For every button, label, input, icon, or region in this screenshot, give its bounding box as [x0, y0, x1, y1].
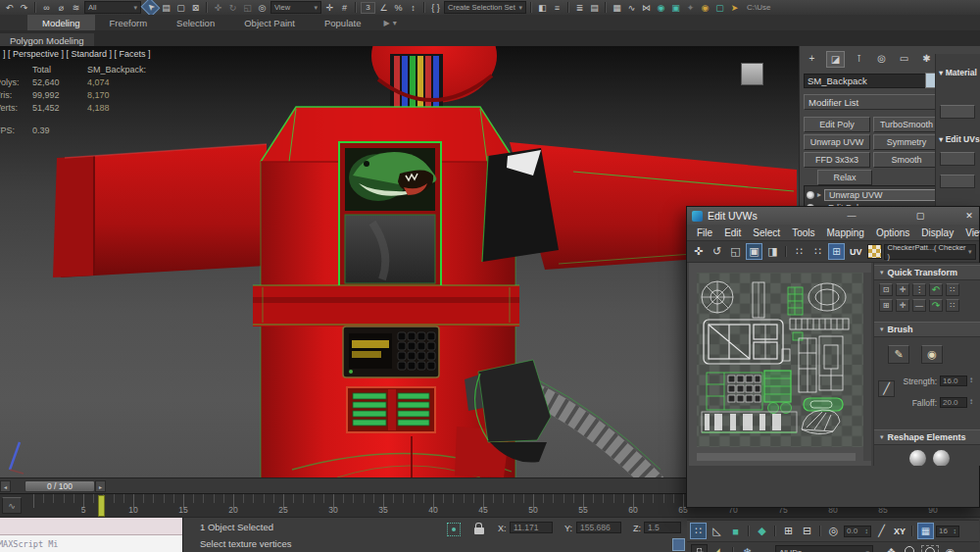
undo-icon[interactable]: ↶ — [3, 1, 16, 14]
mirror-icon[interactable]: ◧ — [536, 1, 549, 14]
modifier-button-smooth[interactable]: Smooth — [873, 152, 940, 168]
snap-grid-icon[interactable]: ∷ — [791, 243, 808, 260]
edit-named-selections-icon[interactable]: { } — [429, 1, 442, 14]
distribute-dots-icon[interactable]: ∷ — [946, 283, 959, 296]
modifier-button-turbosmooth[interactable]: TurboSmooth — [873, 117, 940, 132]
render-iterative-icon[interactable]: ▢ — [713, 1, 726, 14]
y-coord-field[interactable]: 155.686 — [576, 522, 621, 533]
ribbon-tab-freeform[interactable]: Freeform — [95, 15, 163, 30]
keyboard-override-icon[interactable]: # — [338, 1, 351, 14]
render-last-icon[interactable]: ➤ — [728, 1, 741, 14]
ribbon-tab-object-paint[interactable]: Object Paint — [229, 15, 310, 30]
open-uv-editor-button[interactable] — [940, 152, 975, 166]
select-manipulate-icon[interactable]: ✛ — [323, 1, 336, 14]
mini-curve-editor-button[interactable]: ∿ — [2, 497, 22, 514]
ribbon-tab-modeling[interactable]: Modeling — [27, 15, 95, 30]
ribbon-tab-selection[interactable]: Selection — [162, 15, 229, 30]
uv-secondary-button[interactable] — [940, 175, 975, 188]
strength-field[interactable]: 16.0 — [940, 376, 967, 386]
ribbon-toggle-icon[interactable]: ▦ — [611, 1, 623, 14]
object-name-field[interactable]: SM_Backpack — [804, 74, 927, 88]
select-object-icon[interactable]: ➤ — [141, 0, 161, 15]
face-mode-icon[interactable]: ■ — [727, 523, 744, 539]
spinner-snap-icon[interactable]: ↕ — [407, 1, 419, 14]
modifier-button-unwrap-uvw[interactable]: Unwrap UVW — [804, 134, 870, 150]
uv-canvas[interactable] — [689, 263, 871, 466]
paint-brush-icon[interactable]: ✎ — [888, 345, 909, 364]
falloff-spinner[interactable]: ↕ — [969, 397, 973, 406]
render-setup-icon[interactable]: ▣ — [669, 1, 682, 14]
angle-snap-icon[interactable]: ∠ — [377, 1, 390, 14]
distribute2-dots-icon[interactable]: ∷ — [946, 299, 959, 312]
align-grid-icon[interactable]: ⊞ — [879, 299, 893, 312]
z-coord-field[interactable]: 1.5 — [644, 522, 681, 533]
soft-selection-field[interactable]: 0.0↕ — [844, 526, 871, 537]
pivot-center-icon[interactable]: ◎ — [256, 1, 269, 14]
freeform-mode-icon[interactable]: ▣ — [746, 243, 762, 260]
viewport-label[interactable]: ] [ Perspective ] [ Standard ] [ Facets … — [3, 49, 151, 59]
time-slider-handle[interactable]: 0 / 100 — [24, 480, 95, 492]
align-cross-icon[interactable]: ✛ — [896, 299, 909, 312]
canvas-scrollbar[interactable] — [697, 453, 856, 461]
hierarchy-tab-icon[interactable]: ⊺ — [851, 51, 867, 66]
rollout-quick-transform[interactable]: ▾Quick Transform — [874, 265, 980, 280]
rollout-material[interactable]: ▾ Material — [936, 68, 980, 77]
rollout-reshape-elements[interactable]: ▾Reshape Elements — [874, 429, 980, 445]
percent-snap-icon[interactable]: % — [392, 1, 405, 14]
rotate-ccw-icon[interactable]: ↶ — [929, 283, 943, 296]
listener-input-pane[interactable]: MAXScript Mi — [0, 535, 182, 552]
modify-tab-icon[interactable]: ◪ — [826, 51, 845, 68]
rendered-frame-icon[interactable]: ✦ — [684, 1, 697, 14]
pan-icon[interactable]: ❖ — [883, 544, 900, 552]
soft-selection-icon[interactable]: ◎ — [825, 523, 842, 539]
grow-selection-icon[interactable]: ⊞ — [780, 523, 797, 539]
window-crossing-icon[interactable]: ⊠ — [189, 1, 202, 14]
layer-manager-icon[interactable]: ≣ — [573, 1, 586, 14]
eye-icon[interactable] — [807, 191, 814, 199]
element-mode-icon[interactable]: ◆ — [754, 523, 770, 539]
redo-icon[interactable]: ↷ — [18, 1, 30, 14]
menu-select[interactable]: Select — [747, 227, 786, 238]
maxscript-mini-listener[interactable]: MAXScript Mi — [0, 518, 183, 552]
unlink-selection-icon[interactable]: ⌀ — [55, 1, 68, 14]
select-by-name-icon[interactable]: ▤ — [160, 1, 172, 14]
utilities-tab-icon[interactable]: ✱ — [918, 51, 935, 66]
create-tab-icon[interactable]: + — [804, 51, 820, 66]
maximize-button[interactable]: ▢ — [912, 209, 928, 223]
brush-falloff-curve-icon[interactable]: ╱ — [878, 380, 895, 397]
falloff-field[interactable]: 20.0 — [940, 397, 967, 408]
schematic-view-icon[interactable]: ⋈ — [640, 1, 653, 14]
reshape-sphere-icon-2[interactable] — [933, 450, 950, 466]
strength-spinner[interactable]: ↕ — [969, 376, 973, 384]
shrink-selection-icon[interactable]: ⊟ — [799, 523, 815, 539]
select-move-icon[interactable]: ✜ — [212, 1, 224, 14]
select-scale-icon[interactable]: ◱ — [241, 1, 254, 14]
select-link-icon[interactable]: ∞ — [40, 1, 53, 14]
relax-brush-icon[interactable]: ◉ — [921, 345, 943, 364]
menu-options[interactable]: Options — [870, 227, 915, 238]
grid-snap-icon[interactable]: ▦ — [917, 523, 934, 539]
modifier-button-symmetry[interactable]: Symmetry — [873, 134, 940, 150]
modifier-button-edit-poly[interactable]: Edit Poly — [804, 117, 870, 132]
listener-macro-pane[interactable] — [0, 518, 182, 535]
uv-tile-icon[interactable]: ⊞ — [828, 243, 845, 260]
close-button[interactable]: ✕ — [961, 209, 977, 223]
motion-tab-icon[interactable]: ◎ — [873, 51, 890, 66]
lock-selection-icon[interactable] — [691, 544, 708, 552]
minimize-button[interactable]: — — [844, 209, 859, 223]
ribbon-media-controls[interactable]: ▶ ▾ — [375, 15, 404, 30]
align-icon[interactable]: ≡ — [551, 1, 564, 14]
rotate-cw-icon[interactable]: ↷ — [929, 299, 943, 312]
rotate-tool-icon[interactable]: ↺ — [709, 243, 725, 260]
curve-editor-icon[interactable]: ∿ — [625, 1, 638, 14]
selection-filter-dropdown[interactable]: All▾ — [84, 1, 141, 14]
mirror-tool-icon[interactable]: ◨ — [764, 243, 781, 260]
material-id-dropdown[interactable]: All IDs ▾ — [775, 545, 873, 552]
stack-item-unwrap-uvw[interactable]: ▸Unwrap UVW — [807, 188, 938, 201]
rollout-brush[interactable]: ▾Brush — [874, 322, 980, 337]
snap-vertex-icon[interactable]: ∷ — [809, 243, 826, 260]
grid-size-field[interactable]: 16↕ — [936, 526, 959, 537]
reference-coordinate-dropdown[interactable]: View▾ — [270, 1, 321, 14]
material-button[interactable] — [940, 105, 975, 119]
ribbon-tab-populate[interactable]: Populate — [310, 15, 376, 30]
